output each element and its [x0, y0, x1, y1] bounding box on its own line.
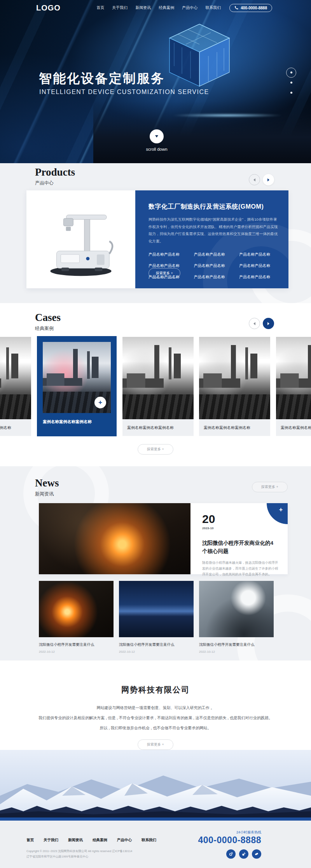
phone-icon [234, 6, 238, 10]
case-image [276, 337, 311, 419]
products-section: Products 产品中心 [0, 163, 311, 303]
news-image [39, 581, 114, 637]
scroll-down-button[interactable] [150, 129, 164, 143]
logo[interactable]: LOGO [36, 3, 61, 12]
nav-item-home[interactable]: 首页 [96, 5, 104, 10]
products-carousel-arrows [249, 174, 274, 185]
cases-title-zh: 经典案例 [35, 325, 61, 332]
products-title-en: Products [35, 166, 75, 178]
main-nav: 首页 关于我们 新闻资讯 经典案例 产品中心 联系我们 [96, 5, 221, 10]
products-more-button[interactable]: 探索更多 + [149, 268, 180, 278]
product-title[interactable]: 数字化工厂制造执行及营运系统(GMOM) [149, 203, 273, 211]
case-caption: 案例名称案例名称案例名称 [276, 419, 311, 431]
product-photo[interactable] [26, 190, 135, 288]
news-day: 20 [202, 513, 280, 525]
next-arrow-button[interactable] [263, 318, 274, 329]
xray-device-illustration [32, 198, 129, 281]
about-line: 我们提供专业的设计及相应的解决方案 , 但是 , 不符合专业设计要求 , 不能达… [0, 713, 311, 723]
case-card-active[interactable]: + 案例名称案例名称案例名称 [37, 336, 117, 436]
news-card-title[interactable]: 沈阳微信小程序开发需要注意什么 [39, 642, 114, 647]
case-card[interactable]: 案例名称案例名称案例名称 [122, 337, 194, 436]
douyin-icon[interactable] [226, 849, 236, 859]
about-section: 网势科技有限公司 网站建设与网络营销是一项需要创意、策划、可以深入研究的工作 。… [0, 661, 311, 750]
mountain-illustration [0, 750, 311, 817]
news-more-button[interactable]: 探索更多 + [252, 482, 288, 492]
about-line: 网站建设与网络营销是一项需要创意、策划、可以深入研究的工作 。 [0, 703, 311, 713]
plus-icon: + [279, 506, 283, 513]
news-image [199, 581, 274, 637]
cases-section-header: Cases 经典案例 [35, 312, 61, 332]
product-card: 数字化工厂制造执行及营运系统(GMOM) 网势科技作为深扎互联网数字化领域的“国… [26, 190, 288, 288]
nav-item-news[interactable]: 新闻资讯 [135, 5, 151, 10]
case-caption: 案例名称案例名称案例名称 [43, 413, 111, 425]
nav-item-products[interactable]: 产品中心 [182, 5, 197, 10]
hero-title: 智能化设备定制服务 [39, 70, 165, 87]
footer-nav-news[interactable]: 新闻资讯 [68, 838, 83, 843]
nav-item-cases[interactable]: 经典案例 [159, 5, 174, 10]
news-card[interactable]: 沈阳微信小程序开发需要注意什么 2022-10-12 [199, 581, 274, 654]
arrow-down-icon [155, 135, 158, 138]
featured-news-excerpt: 随着微信小程序越来越火爆，挑选沈阳微信小程序开发的企业也越来越多，而市面上也诞生… [202, 560, 280, 578]
news-card-title[interactable]: 沈阳微信小程序开发需要注意什么 [199, 642, 274, 647]
blue-divider [0, 817, 311, 821]
featured-news-card[interactable]: + 20 2023-10 沈阳微信小程序开发商业化的4个核心问题 随着微信小程序… [39, 503, 288, 574]
news-title-zh: 新闻资讯 [35, 491, 59, 497]
next-arrow-button[interactable] [263, 174, 274, 185]
news-image [119, 581, 194, 637]
social-links [226, 849, 261, 859]
circuit-cube-illustration [162, 19, 236, 93]
featured-news-image [39, 503, 190, 574]
case-caption: 案例名称案例名称案例名称 [122, 419, 194, 431]
nav-item-contact[interactable]: 联系我们 [205, 5, 221, 10]
toutiao-icon[interactable] [252, 849, 261, 859]
footer-nav-about[interactable]: 关于我们 [44, 838, 58, 843]
header-phone-button[interactable]: 400-0000-8888 [229, 4, 272, 12]
footer-nav-cases[interactable]: 经典案例 [93, 838, 107, 843]
nav-item-about[interactable]: 关于我们 [112, 5, 128, 10]
hero-dot-3[interactable] [290, 92, 292, 94]
cases-carousel-arrows [249, 318, 274, 329]
footer-nav-products[interactable]: 产品中心 [117, 838, 132, 843]
arrow-right-icon [267, 322, 269, 325]
featured-news-panel: + 20 2023-10 沈阳微信小程序开发商业化的4个核心问题 随着微信小程序… [190, 503, 288, 574]
products-section-header: Products 产品中心 [35, 166, 75, 186]
copyright-line: Copyright © 2011~2023 沈阳网势科技有限公司 All rig… [26, 849, 132, 854]
company-name: 网势科技有限公司 [0, 661, 311, 695]
hero-dot-1-active[interactable] [290, 71, 292, 73]
case-card[interactable]: 案例名称案例名称案例名称 [0, 337, 31, 436]
case-image [199, 337, 270, 419]
news-card[interactable]: 沈阳微信小程序开发需要注意什么 2022-10-12 [39, 581, 114, 654]
hero-dot-2[interactable] [290, 82, 292, 84]
news-card-date: 2022-10-12 [39, 650, 114, 654]
mountain-photo [0, 750, 311, 821]
news-card-date: 2022-10-12 [119, 650, 194, 654]
news-card-title[interactable]: 沈阳微信小程序开发需要注意什么 [119, 642, 194, 647]
copyright: Copyright © 2011~2023 沈阳网势科技有限公司 All rig… [26, 849, 132, 860]
product-link[interactable]: 产品名称产品名称 [149, 252, 194, 257]
cases-carousel: 案例名称案例名称案例名称 + 案例名称案例名称案例名称 案例名称案例名称案例名称… [0, 336, 311, 438]
featured-news-title[interactable]: 沈阳微信小程序开发商业化的4个核心问题 [202, 539, 278, 556]
news-month: 2023-10 [202, 526, 280, 530]
prev-arrow-button[interactable] [249, 318, 260, 329]
weibo-icon[interactable] [239, 849, 248, 859]
address-line: 辽宁省沈阳市和平区中山路1999号新华泰元中心 [26, 854, 132, 859]
news-card-date: 2022-10-12 [199, 650, 274, 654]
product-info-panel: 数字化工厂制造执行及营运系统(GMOM) 网势科技作为深扎互联网数字化领域的“国… [135, 190, 288, 288]
footer-nav-contact[interactable]: 联系我们 [142, 838, 156, 843]
arrow-left-icon [253, 322, 255, 325]
cases-section: Cases 经典案例 案例名称案例名称案例名称 + 案例名称案例名称案例名称 案… [0, 303, 311, 466]
footer-nav-home[interactable]: 首页 [26, 838, 34, 843]
about-more-button[interactable]: 探索更多 + [138, 739, 173, 750]
prev-arrow-button[interactable] [249, 174, 260, 185]
product-link[interactable]: 产品名称产品名称 [149, 263, 194, 268]
products-title-zh: 产品中心 [35, 180, 75, 186]
footer-nav: 首页 关于我们 新闻资讯 经典案例 产品中心 联系我们 [26, 838, 156, 843]
news-card[interactable]: 沈阳微信小程序开发需要注意什么 2022-10-12 [119, 581, 194, 654]
page: LOGO 首页 关于我们 新闻资讯 经典案例 产品中心 联系我们 400-000… [0, 0, 311, 868]
cases-more-button[interactable]: 探索更多 + [138, 444, 173, 455]
header-phone-number: 400-0000-8888 [241, 6, 267, 10]
case-image [122, 337, 194, 419]
plus-icon[interactable]: + [94, 397, 106, 408]
case-card[interactable]: 案例名称案例名称案例名称 [199, 337, 270, 436]
case-card[interactable]: 案例名称案例名称案例名称 [276, 337, 311, 436]
